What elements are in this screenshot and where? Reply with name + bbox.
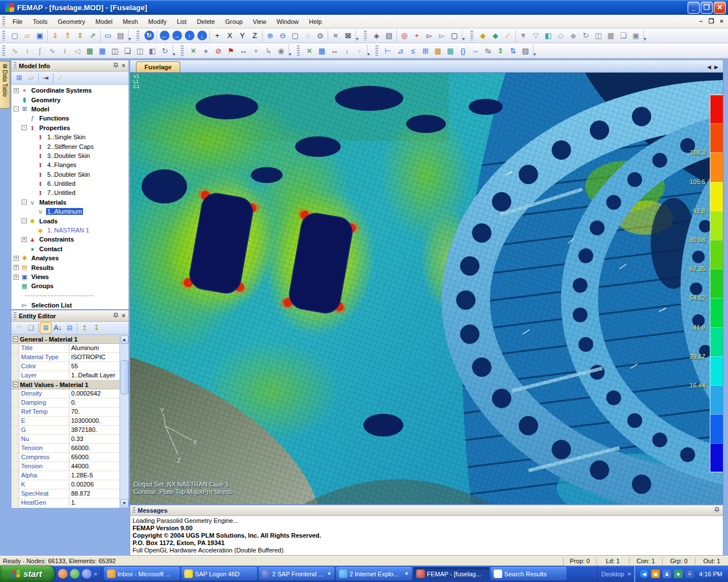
tree-item-contact[interactable]: ●Contact: [11, 244, 129, 253]
view-panel-icon[interactable]: ▣: [630, 30, 642, 42]
tree-item-results[interactable]: +▤Results: [11, 263, 129, 272]
expand-horizontal-icon[interactable]: ⇔: [469, 44, 482, 57]
pan-right-icon[interactable]: →: [171, 30, 183, 42]
toolbar-drag-handle[interactable]: [470, 31, 473, 41]
close-button[interactable]: ✕: [714, 2, 726, 14]
doc-minimize-button[interactable]: –: [700, 18, 703, 25]
save-entity-icon[interactable]: ↧: [90, 322, 102, 334]
toolbar-overflow-icon[interactable]: ▾: [367, 52, 373, 58]
tree-expander-icon[interactable]: +: [14, 88, 19, 93]
model-info-titlebar[interactable]: Model Info ×: [11, 60, 129, 72]
view-solid-icon[interactable]: ◈: [370, 30, 383, 42]
entity-grid-scrollbar[interactable]: ▲ ▼: [119, 335, 129, 508]
chevron-icon[interactable]: »: [94, 571, 97, 577]
tree-expander-icon[interactable]: -: [14, 106, 19, 111]
rotate-x-icon[interactable]: X: [224, 30, 236, 42]
menu-item-model[interactable]: Model: [90, 16, 118, 27]
menu-item-help[interactable]: Help: [304, 16, 327, 27]
center-view-icon[interactable]: ⊙: [314, 30, 326, 42]
tab-scroll-left-icon[interactable]: ◀: [707, 64, 711, 70]
sort-az-icon[interactable]: A↓: [52, 322, 64, 334]
direction-swap-icon[interactable]: ↔: [328, 44, 341, 57]
format-braces-icon[interactable]: {}: [457, 44, 469, 57]
post-extrude-icon[interactable]: ◧: [542, 30, 555, 42]
swap-direction-icon[interactable]: ↔: [237, 44, 250, 57]
messages-titlebar[interactable]: Messages: [130, 505, 723, 516]
toolbar-drag-handle[interactable]: [136, 31, 139, 41]
property-row-nu[interactable]: Nu0.33: [11, 435, 119, 444]
export-model-icon[interactable]: ⇗: [86, 30, 99, 42]
property-row-material-type[interactable]: Material TypeISOTROPIC: [11, 353, 119, 362]
curve-mirror-icon[interactable]: ∿: [9, 44, 21, 57]
save-icon[interactable]: ▣: [34, 30, 46, 42]
mesh-table-icon[interactable]: ▦: [316, 44, 328, 57]
curve-spline-icon[interactable]: ∿: [46, 44, 59, 57]
property-row-k[interactable]: K0.00206: [11, 480, 119, 489]
tree-expander-icon[interactable]: +: [14, 256, 19, 261]
pin-icon[interactable]: [113, 313, 118, 319]
property-value[interactable]: 0.00206: [69, 480, 119, 489]
open-folder-icon[interactable]: ▱: [25, 72, 37, 84]
align-distribute-icon[interactable]: ≤: [407, 44, 419, 57]
tray-messenger-icon[interactable]: ♣: [674, 569, 682, 578]
report-format-icon[interactable]: ▤: [519, 44, 532, 57]
send-to-table-icon[interactable]: ⇥: [40, 72, 52, 84]
tree-expander-icon[interactable]: -: [22, 199, 27, 205]
align-slope-icon[interactable]: ⊿: [394, 44, 407, 57]
zoom-out-icon[interactable]: ⊖: [276, 30, 289, 42]
property-row-specheat[interactable]: SpecHeat88.872: [11, 489, 119, 498]
pan-down-icon[interactable]: ↓: [196, 30, 208, 42]
open-folder-icon[interactable]: ▱: [21, 30, 34, 42]
tree-item-materials[interactable]: -νMaterials: [11, 198, 129, 207]
property-value[interactable]: 44000.: [69, 462, 119, 471]
show-entities-icon[interactable]: ◆: [477, 30, 489, 42]
solid-slice-icon[interactable]: ◫: [592, 30, 605, 42]
flag-constraint-icon[interactable]: ⚑: [225, 44, 237, 57]
task-button-2-sap-frontend[interactable]: 2 SAP Frontend ...▼: [259, 567, 334, 580]
tree-item-4-flanges[interactable]: I4..Flanges: [11, 160, 129, 169]
data-table-side-tab[interactable]: ▦ Data Table: [0, 61, 10, 109]
toolbar-drag-handle[interactable]: [181, 45, 184, 56]
tree-item-selection-list[interactable]: ▻Selection List: [11, 301, 129, 309]
property-row-ref-temp[interactable]: Ref Temp70.: [11, 408, 119, 417]
scroll-up-icon[interactable]: ▲: [121, 335, 129, 344]
select-cursor-icon[interactable]: ▻: [423, 30, 436, 42]
tree-item-loads[interactable]: -◆Loads: [11, 216, 129, 225]
messenger-icon[interactable]: [70, 569, 80, 579]
start-button[interactable]: start: [0, 566, 55, 582]
property-row-alpha[interactable]: Alpha1.28E-5: [11, 471, 119, 480]
close-icon[interactable]: ×: [122, 63, 125, 69]
tree-item-5-doubler-skin[interactable]: I5..Doubler Skin: [11, 170, 129, 179]
contour-model-icon[interactable]: ▦: [432, 44, 444, 57]
toolbar-drag-handle[interactable]: [2, 45, 5, 56]
tree-item-1-single-skin[interactable]: I1..Single Skin: [11, 132, 129, 142]
entity-editor-titlebar[interactable]: Entity Editor ×: [11, 310, 129, 322]
node-add-icon[interactable]: +: [250, 44, 262, 57]
menu-item-geometry[interactable]: Geometry: [52, 16, 90, 27]
tab-fuselage[interactable]: Fuselage: [136, 61, 180, 72]
panel-drag-handle[interactable]: [14, 62, 16, 69]
rotate-z-icon[interactable]: Z: [249, 30, 261, 42]
mesh-extrude-icon[interactable]: ◧: [146, 44, 159, 57]
import-analysis-icon[interactable]: ⇓: [49, 30, 61, 42]
task-button-sap-logon-46d[interactable]: SAP Logon 46D: [181, 567, 257, 580]
chevron-icon[interactable]: »: [627, 571, 631, 577]
grid-section-general-material-1[interactable]: −General - Material 1: [11, 335, 119, 344]
mesh-sphere-icon[interactable]: ●: [200, 44, 212, 57]
property-value[interactable]: 55: [69, 362, 119, 371]
property-row-tension[interactable]: Tension44000.: [11, 462, 119, 471]
grid-quad-icon[interactable]: ⊞: [419, 44, 432, 57]
solid-cube-a-icon[interactable]: ◇: [555, 30, 567, 42]
tree-item-functions[interactable]: ƒFunctions: [11, 114, 129, 123]
entity-list-icon[interactable]: ≡: [329, 30, 342, 42]
select-screen-icon[interactable]: ▻: [436, 30, 448, 42]
property-value[interactable]: 10300000.: [69, 417, 119, 425]
tree-expander-icon[interactable]: -: [22, 125, 27, 130]
toolbar-drag-handle[interactable]: [375, 45, 378, 56]
tray-network-icon[interactable]: ⌸: [685, 569, 694, 578]
property-value[interactable]: 1..Default Layer: [69, 371, 119, 380]
panel-drag-handle[interactable]: [14, 312, 16, 319]
property-row-heatgen[interactable]: HeatGen1.: [11, 498, 119, 508]
paint-icon[interactable]: [82, 569, 92, 579]
restore-button[interactable]: ❐: [701, 2, 713, 14]
